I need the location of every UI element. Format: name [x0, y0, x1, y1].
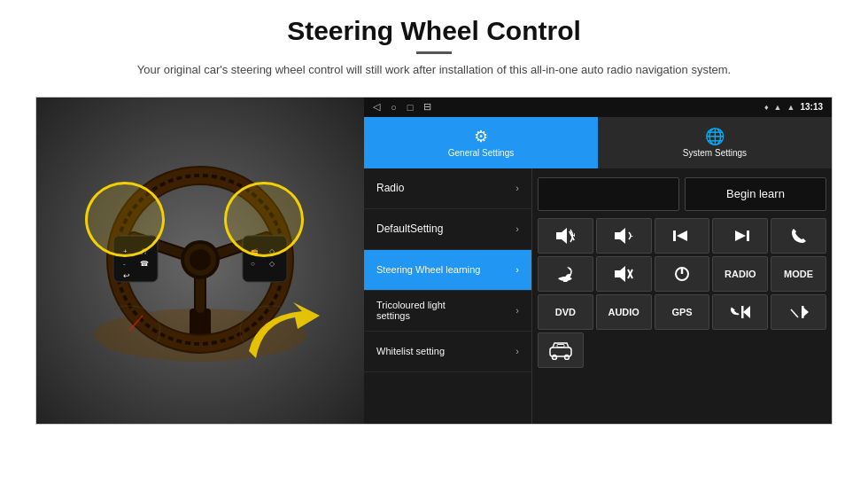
tab-system-label: System Settings [683, 148, 747, 158]
menu-item-default[interactable]: DefaultSetting › [364, 209, 531, 250]
gear-icon: ⚙ [474, 127, 488, 146]
page-wrapper: Steering Wheel Control Your original car… [0, 0, 868, 500]
vol-down-button[interactable]: - [596, 218, 652, 254]
menu-whitelist-label: Whitelist setting [376, 346, 445, 356]
controls-row-1: + - [538, 218, 826, 254]
controls-panel: Begin learn + - [532, 168, 832, 424]
back-icon[interactable]: ◁ [373, 101, 380, 113]
status-bar-right: ♦ ▲ ▲ 13:13 [764, 102, 823, 112]
svg-point-43 [553, 355, 557, 359]
highlight-circle-left [85, 182, 165, 257]
audio-button-label: AUDIO [608, 307, 639, 317]
title-section: Steering Wheel Control Your original car… [137, 16, 731, 90]
audio-button[interactable]: AUDIO [596, 294, 652, 330]
status-bar: ◁ ○ □ ⊟ ♦ ▲ ▲ 13:13 [364, 98, 832, 117]
svg-text:-: - [631, 231, 633, 239]
wifi-icon: ▲ [787, 103, 795, 112]
radio-button-label: RADIO [725, 269, 756, 279]
vol-up-button[interactable]: + [538, 218, 593, 254]
mute-button[interactable] [596, 256, 652, 292]
content-area: + 🎵 - ☎ ↩ 📻 ◇ ○ ◇ [35, 97, 833, 425]
controls-grid: + - [538, 218, 826, 368]
phone-answer-button[interactable] [771, 218, 826, 254]
phone-hangup-button[interactable] [538, 256, 593, 292]
time-display: 13:13 [800, 102, 823, 112]
svg-text:◇: ◇ [269, 259, 275, 267]
svg-point-7 [190, 248, 211, 270]
car-image-panel: + 🎵 - ☎ ↩ 📻 ◇ ○ ◇ [36, 98, 364, 425]
begin-learn-button[interactable]: Begin learn [685, 177, 826, 211]
svg-rect-28 [673, 230, 676, 241]
location-icon: ♦ [764, 103, 769, 112]
page-title: Steering Wheel Control [137, 16, 731, 46]
tab-system[interactable]: 🌐 System Settings [598, 117, 832, 168]
page-subtitle: Your original car's steering wheel contr… [137, 61, 731, 79]
svg-text:+: + [572, 231, 575, 239]
signal-icon: ▲ [774, 103, 782, 112]
menu-item-radio[interactable]: Radio › [364, 168, 531, 209]
chevron-steering: › [515, 264, 519, 275]
tab-bar: ⚙ General Settings 🌐 System Settings [364, 117, 832, 168]
svg-marker-22 [556, 228, 567, 244]
menu-item-whitelist[interactable]: Whitelist setting › [364, 332, 531, 372]
gps-button-label: GPS [671, 307, 692, 317]
status-bar-left: ◁ ○ □ ⊟ [373, 101, 431, 113]
car-background: + 🎵 - ☎ ↩ 📻 ◇ ○ ◇ [36, 98, 364, 425]
radio-button[interactable]: RADIO [712, 256, 768, 292]
prev-track-button[interactable] [655, 218, 710, 254]
menu-default-label: DefaultSetting [376, 223, 443, 235]
android-panel: ◁ ○ □ ⊟ ♦ ▲ ▲ 13:13 ⚙ General Settings [364, 98, 832, 424]
svg-text:-: - [123, 259, 126, 267]
recents-icon[interactable]: □ [407, 102, 414, 113]
gps-button[interactable]: GPS [655, 294, 710, 330]
home-icon[interactable]: ○ [391, 102, 397, 113]
radio-empty-box [538, 177, 679, 211]
svg-text:↩: ↩ [123, 270, 130, 279]
dvd-button[interactable]: DVD [538, 294, 593, 330]
chevron-default: › [515, 223, 519, 234]
svg-marker-41 [802, 306, 809, 318]
menu-item-tricolour[interactable]: Tricoloured lightsettings › [364, 291, 531, 332]
menu-icon[interactable]: ⊟ [423, 101, 431, 113]
arrow-overlay [240, 298, 329, 372]
controls-row-3: DVD AUDIO GPS [538, 294, 826, 330]
svg-point-44 [565, 355, 570, 359]
chevron-whitelist: › [515, 346, 519, 356]
controls-row-2: RADIO MODE [538, 256, 826, 292]
svg-text:○: ○ [251, 259, 255, 267]
power-button[interactable] [655, 256, 710, 292]
menu-radio-label: Radio [376, 182, 404, 194]
svg-line-39 [791, 309, 798, 317]
menu-tricolour-label: Tricoloured lightsettings [376, 300, 446, 321]
menu-item-steering[interactable]: Steering Wheel learning › [364, 250, 531, 291]
svg-marker-26 [615, 228, 625, 244]
svg-rect-45 [557, 344, 564, 347]
svg-marker-31 [735, 230, 746, 241]
next-track-button[interactable] [712, 218, 768, 254]
menu-steering-label: Steering Wheel learning [376, 264, 480, 275]
radio-row: Begin learn [538, 174, 826, 215]
title-divider [416, 51, 452, 54]
highlight-circle-right [224, 182, 304, 257]
phone-prev-button[interactable] [712, 294, 768, 330]
mode-button[interactable]: MODE [771, 256, 826, 292]
svg-marker-29 [677, 230, 687, 241]
svg-rect-30 [747, 230, 749, 241]
globe-icon: 🌐 [705, 127, 725, 146]
tab-general[interactable]: ⚙ General Settings [364, 117, 598, 168]
mode-button-label: MODE [784, 269, 813, 279]
svg-marker-38 [743, 306, 750, 318]
settings-menu: Radio › DefaultSetting › Steering Wheel … [364, 168, 532, 424]
svg-marker-32 [615, 266, 625, 282]
dvd-button-label: DVD [555, 307, 576, 317]
tab-general-label: General Settings [448, 148, 515, 158]
chevron-tricolour: › [515, 305, 519, 316]
settings-area: Radio › DefaultSetting › Steering Wheel … [364, 168, 832, 424]
svg-text:☎: ☎ [140, 259, 149, 267]
controls-row-4 [538, 332, 826, 368]
skip-next-button[interactable] [771, 294, 826, 330]
car-settings-button[interactable] [538, 332, 584, 368]
chevron-radio: › [515, 183, 519, 193]
